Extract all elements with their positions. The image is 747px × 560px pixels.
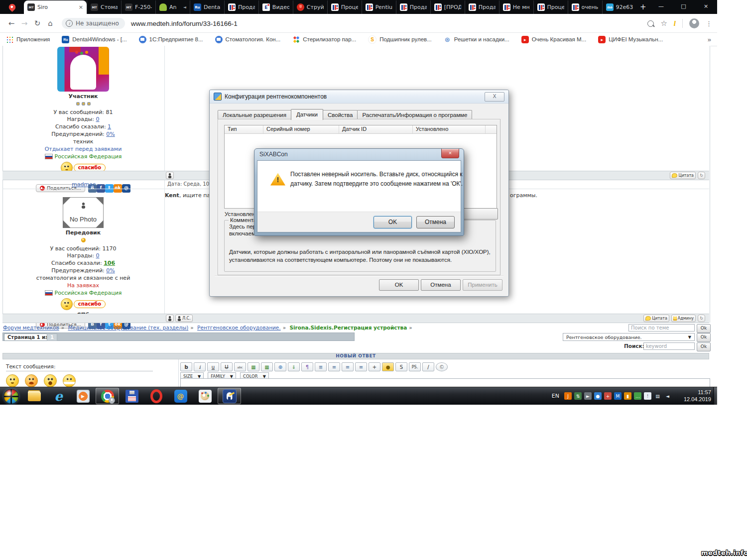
stat-value[interactable]: 81	[106, 109, 113, 115]
thanks-button[interactable]: спасибо	[3, 298, 163, 310]
browser-tab[interactable]: An ◄ ×	[155, 0, 190, 14]
file-icon[interactable]: ⇓	[288, 362, 300, 371]
ok-button[interactable]: OK	[379, 279, 419, 291]
stat-value[interactable]: 0%	[106, 131, 115, 137]
bookmark-item[interactable]: Стоматология. Кон...	[215, 36, 281, 43]
taskbar-app-button[interactable]	[169, 388, 192, 404]
url-text[interactable]: www.medteh.info/forum/33-16166-1	[131, 20, 238, 27]
profile-button[interactable]	[166, 315, 174, 322]
quote-icon[interactable]: ¶	[301, 362, 313, 371]
section-select[interactable]: Рентгеновское оборудование. ▼	[563, 333, 695, 341]
browser-tab[interactable]: Стома ◄ ×	[87, 0, 121, 14]
stat-value[interactable]: 0	[96, 252, 100, 259]
malwarebytes-icon[interactable]: M	[614, 392, 622, 400]
bookmark-item[interactable]: Решетки и насадки...	[444, 36, 509, 43]
back-button[interactable]: ←	[5, 19, 18, 28]
browser-tab[interactable]: Siro ◄ ×	[24, 0, 87, 14]
dialog-close-button[interactable]: X	[485, 92, 504, 102]
breadcrumb-item[interactable]: Форум медтехников»	[3, 325, 68, 331]
stat-value[interactable]: 106	[104, 260, 115, 266]
security-chip[interactable]: i Не защищено	[62, 18, 125, 29]
source-icon[interactable]: S	[395, 362, 407, 371]
taskbar-app-button[interactable]	[144, 388, 168, 404]
reload-button[interactable]: ↻	[31, 19, 44, 28]
tab-audio-icon[interactable]: ◄	[183, 5, 186, 9]
bookmark-star-icon[interactable]: ☆	[660, 19, 667, 28]
taskbar-app-button[interactable]	[47, 388, 70, 404]
keyword-ok-button[interactable]: Ok	[697, 342, 711, 351]
slash-icon[interactable]: /	[422, 362, 434, 371]
profile-avatar-icon[interactable]	[689, 18, 699, 28]
security-key-icon[interactable]: ●	[382, 362, 394, 371]
dialog-tab[interactable]: Распечатать/Информация о программе	[357, 110, 472, 119]
browser-tab[interactable]: Видео ◄ ×	[258, 0, 293, 14]
bookmark-item[interactable]: Очень Красивая М...	[521, 36, 587, 43]
topic-search-ok-button[interactable]: Ok	[697, 324, 711, 333]
scroll-top-button[interactable]: ↻	[698, 315, 705, 322]
bookmark-item[interactable]: Подшипник рулев...	[368, 35, 432, 44]
window-close-button[interactable]: ×	[695, 0, 717, 12]
table-header-cell[interactable]: Тип	[225, 125, 263, 133]
backup-icon[interactable]: ▮	[624, 392, 631, 400]
window-minimize-button[interactable]: —	[650, 0, 672, 12]
browser-menu-icon[interactable]: ⋮	[706, 20, 712, 27]
bookmarks-overflow-icon[interactable]: »	[708, 36, 711, 43]
topic-search-input[interactable]	[628, 324, 695, 332]
scroll-top-button[interactable]: ↻	[698, 172, 705, 179]
breadcrumb-item[interactable]: Sirona.Sidexis.Регистрация устройства»	[289, 325, 414, 331]
expand-icon[interactable]: +	[369, 362, 380, 371]
browser-tab[interactable]: ◄ ×	[0, 0, 24, 14]
browser-tab[interactable]: очень ◄ ×	[568, 0, 602, 14]
image-icon[interactable]: ▦	[248, 362, 259, 371]
zoom-indicator-icon[interactable]	[647, 20, 654, 27]
copyright-icon[interactable]: ©	[436, 362, 448, 371]
browser-tab[interactable]: Прода ◄ ×	[396, 0, 430, 14]
breadcrumb-item[interactable]: Рентгеновское оборудование.»	[197, 325, 289, 331]
bookmark-item[interactable]: 1С:Предприятие 8...	[139, 36, 203, 43]
forward-button[interactable]: →	[18, 19, 31, 28]
stat-value[interactable]: 0	[96, 116, 100, 122]
cancel-button[interactable]: Отмена	[416, 216, 455, 228]
profile-button[interactable]	[166, 172, 174, 179]
report-admin-button[interactable]: Админу	[671, 315, 696, 322]
bookmark-item[interactable]: ЦИФЕІ Музыкальн...	[598, 36, 663, 43]
table-header-cell[interactable]: Установлено	[413, 125, 486, 133]
section-ok-button[interactable]: Ok	[697, 333, 711, 342]
post-author[interactable]: Kent	[165, 192, 179, 199]
tab-close-icon[interactable]: ×	[79, 4, 83, 10]
translit-icon[interactable]: abc	[234, 362, 246, 371]
taskbar-app-button[interactable]	[193, 388, 217, 404]
taskbar-app-button[interactable]	[22, 388, 46, 404]
browser-tab[interactable]: Не мн ◄ ×	[499, 0, 533, 14]
messenger-icon[interactable]: …	[634, 392, 641, 400]
reply-textarea[interactable]	[180, 378, 710, 387]
home-button[interactable]: ⌂	[44, 19, 57, 28]
table-header-cell[interactable]: Датчик ID	[339, 125, 413, 133]
browser-tab[interactable]: 92e63 ◄ ×	[602, 0, 636, 14]
shock-icon[interactable]	[44, 374, 57, 387]
stat-value[interactable]: 1	[108, 123, 111, 130]
grin-icon[interactable]	[63, 374, 76, 387]
taskbar-app-button[interactable]	[120, 388, 143, 404]
ok-button[interactable]: OK	[374, 216, 412, 228]
show-desktop-button[interactable]	[713, 387, 717, 405]
browser-tab[interactable]: Проце ◄ ×	[533, 0, 568, 14]
action-center-icon[interactable]: !	[644, 392, 651, 400]
start-button[interactable]	[3, 389, 19, 404]
dialog-tab[interactable]: Локальные разрешения	[218, 110, 291, 119]
italic-icon[interactable]: i	[194, 362, 206, 371]
link-icon[interactable]: ⊕	[274, 362, 286, 371]
taskbar-app-button[interactable]	[218, 388, 241, 404]
browser-tab[interactable]: Pentiu ◄ ×	[362, 0, 396, 14]
bookmark-item[interactable]: Стерилизатор пар...	[292, 36, 356, 43]
browser-tab[interactable]: Проце ◄ ×	[327, 0, 362, 14]
browser-tab[interactable]: F-250- ◄ ×	[121, 0, 155, 14]
keyword-search-input[interactable]	[643, 342, 695, 350]
align-right-icon[interactable]: ≡	[355, 362, 367, 371]
language-indicator[interactable]: EN	[552, 393, 559, 399]
browser-tab[interactable]: Прода ◄ ×	[465, 0, 499, 14]
breadcrumb-item[interactable]: Медицинское оборудование (тех. разделы)»	[68, 325, 197, 331]
bookmark-item[interactable]: Приложения	[6, 36, 50, 43]
image-upload-icon[interactable]: ▦	[261, 362, 273, 371]
dialog-tab[interactable]: Свойства	[323, 110, 358, 119]
